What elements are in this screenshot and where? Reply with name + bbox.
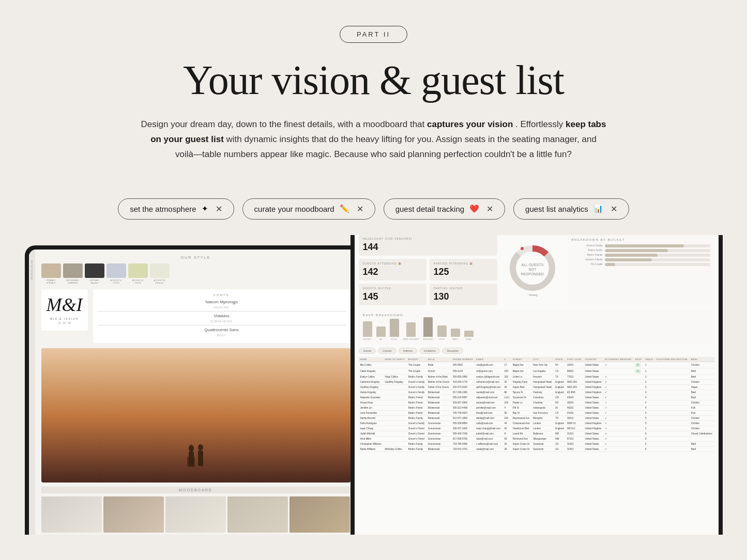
- tab-curate-moodboard-close[interactable]: ✕: [357, 204, 363, 214]
- table-cell: 2: [644, 374, 655, 379]
- table-cell: United States: [583, 415, 603, 421]
- font1-name: Naeum Myeongjo: [97, 300, 346, 304]
- breakdown-row-4: Groom's Friends: [572, 258, 710, 261]
- table-cell: c.williams@mail.com: [475, 441, 502, 446]
- tab-guest-analytics-close[interactable]: ✕: [611, 204, 617, 214]
- tab-set-atmosphere[interactable]: set the atmosphere ✦ ✕: [118, 198, 234, 220]
- table-cell: Mia Collins: [359, 362, 384, 368]
- table-cell: Aspen Crown Dr: [511, 446, 532, 452]
- table-cell: nadia@mail.com: [475, 446, 502, 452]
- table-row: Lena FernandezBride's FriendBridesmaid70…: [359, 410, 714, 415]
- th-meal: MEAL: [690, 357, 714, 362]
- table-cell: Hugh Collins: [383, 374, 406, 379]
- donut-label: ↑ Pending: [527, 294, 537, 297]
- ipad-screen-right: HEADCOUNT (FOR VENDORS) 144 GUESTS ATTEN…: [355, 235, 719, 535]
- stats-row-2: GUESTS ATTENDING 🎉 142 PARTIES ATTENDING…: [359, 259, 497, 281]
- table-cell: Catherine Kingsley: [359, 379, 384, 384]
- monogram-section: M&I MIA & ISAIAH 11 . 01 . 25 FONTS Naeu…: [41, 289, 350, 343]
- table-cell: [655, 426, 690, 431]
- breakdown-bars: Groom's Family Bride's Family: [572, 244, 710, 266]
- table-cell: London: [531, 426, 554, 431]
- table-cell: Beef: [690, 395, 714, 400]
- table-cell: ✓: [603, 400, 634, 405]
- tab-guest-tracking[interactable]: guest detail tracking ❤️ ✕: [384, 198, 505, 220]
- table-cell: England: [554, 379, 566, 384]
- table-cell: judah@mail.com: [475, 431, 502, 436]
- bar-bucket-bar: [363, 321, 372, 337]
- table-cell: [634, 400, 644, 405]
- bucket-pill-guests[interactable]: Guests: [359, 348, 376, 354]
- table-cell: Linker Ln: [511, 374, 532, 379]
- font2-name: Vidaldss: [97, 314, 346, 318]
- left-ipad-content: MONOGRAM OUR STYLE PRIMARY#PETALS: [29, 250, 357, 535]
- analytics-content: HEADCOUNT (FOR VENDORS) 144 GUESTS ATTEN…: [355, 235, 719, 457]
- breakdown-fill-4: [605, 258, 652, 261]
- table-row: Dahlia BennettBride's FamilyBridesmaid51…: [359, 415, 714, 421]
- table-cell: Beef: [690, 390, 714, 395]
- table-cell: United States: [583, 362, 603, 368]
- bucket-pill-reception[interactable]: Reception: [442, 348, 463, 354]
- table-cell: ✓: [603, 415, 634, 421]
- bucket-pill-invitations[interactable]: Invitations: [419, 348, 440, 354]
- stat-headcount-value: 144: [363, 242, 493, 253]
- table-cell: [655, 410, 690, 415]
- tab-guest-analytics[interactable]: guest list analytics 📊 ✕: [513, 198, 629, 220]
- table-cell: 30: [503, 379, 511, 384]
- table-cell: [655, 374, 690, 379]
- table-cell: Bridesmaid: [426, 446, 451, 452]
- breakdown-fill-1: [605, 244, 684, 247]
- table-cell: Vanda Kingsley: [359, 390, 384, 395]
- table-cell: Bridesmaid: [426, 405, 451, 410]
- table-row: Sofía RodriguezGroom's FamilyGroomsman55…: [359, 421, 714, 426]
- table-cell: 617-296-1366: [451, 390, 475, 395]
- table-cell: [383, 384, 406, 390]
- bucket-pill-address[interactable]: Address: [399, 348, 417, 354]
- tab-set-atmosphere-close[interactable]: ✕: [216, 204, 222, 214]
- table-cell: [655, 368, 690, 374]
- table-cell: NC: [554, 400, 566, 405]
- table-cell: 77010: [566, 374, 584, 379]
- table-cell: Groom's Family: [407, 384, 426, 390]
- guest-table: NAME HEAD OF PARTY BUCKET ROLE PHONE NUM…: [359, 357, 714, 452]
- th-street: STREET: [511, 357, 532, 362]
- table-cell: evelyn.c@bigmail.com: [475, 374, 502, 379]
- tab-guest-tracking-close[interactable]: ✕: [486, 204, 493, 214]
- table-cell: Maple Ave: [511, 368, 532, 374]
- stats-row-3: GUESTS INVITED 145 PARTIES INVITED 130: [359, 284, 497, 305]
- tab-curate-moodboard-emoji: ✏️: [340, 204, 349, 213]
- table-cell: 3: [644, 390, 655, 395]
- table-cell: [383, 395, 406, 400]
- table-cell: Bridesmaid: [426, 415, 451, 421]
- swatch-tertiary-color: [85, 263, 104, 278]
- table-cell: 44: [503, 421, 511, 426]
- tab-curate-moodboard[interactable]: curate your moodboard ✏️ ✕: [242, 198, 375, 220]
- breakdown-row-5: The Couple: [572, 263, 710, 266]
- table-cell: ✓: [603, 436, 634, 441]
- table-cell: 555-3124: [451, 368, 475, 374]
- table-cell: 4: [644, 405, 655, 410]
- swatch-accent2-label: ACCENT 02#7D7D: [132, 279, 144, 284]
- moodboard-img-1: [41, 496, 102, 533]
- moodboard-grid: [41, 496, 350, 535]
- guest-table-container[interactable]: NAME HEAD OF PARTY BUCKET ROLE PHONE NUM…: [359, 357, 714, 452]
- bar-table-bar: [451, 329, 460, 337]
- table-cell: P: [634, 362, 644, 368]
- table-cell: [655, 446, 690, 452]
- table-cell: 4: [503, 405, 511, 410]
- breakdown-bar-2: [605, 249, 710, 252]
- subtitle: Design your dream day, down to the fines…: [141, 117, 606, 162]
- bar-table-label: TABLE: [452, 338, 459, 340]
- table-cell: NW3 2RJ: [566, 384, 584, 390]
- swatch-accent3: ACCENT 03#Delicate: [150, 263, 170, 284]
- table-cell: 6: [644, 441, 655, 446]
- table-cell: Lena Fernandez: [359, 410, 384, 415]
- table-cell: alice@mail.com: [475, 436, 502, 441]
- tab-guest-analytics-emoji: 📊: [593, 204, 603, 213]
- bucket-pill-contact[interactable]: Contact: [378, 348, 396, 354]
- ipad-screen-left: MONOGRAM OUR STYLE PRIMARY#PETALS: [29, 250, 357, 535]
- table-cell: Columbus: [531, 395, 554, 400]
- table-row: Catherine KingsleyGeoffrey KingsleyGroom…: [359, 379, 714, 384]
- table-cell: 202: [503, 374, 511, 379]
- table-cell: [383, 441, 406, 446]
- table-cell: England: [554, 421, 566, 426]
